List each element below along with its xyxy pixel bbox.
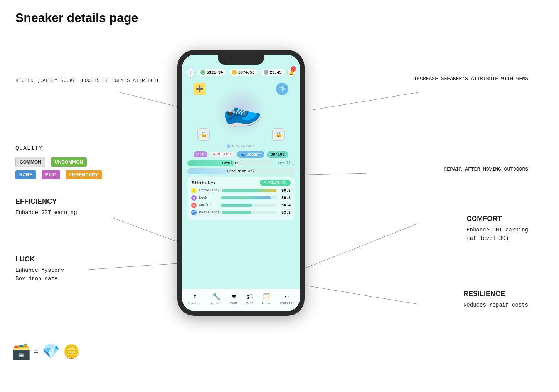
attr-row-luck: U Luck 89.6 (191, 195, 291, 201)
page-title: Sneaker details page (15, 11, 138, 25)
gem-slot-left[interactable]: ➕ (194, 83, 206, 95)
notification-button[interactable]: 🔔 2 (287, 67, 295, 78)
luck-bar-fill (221, 196, 271, 199)
gmt-amount: 6374.56 (238, 70, 254, 75)
quality-label: QUALITY (15, 144, 104, 153)
gems-icon: 💎 (42, 343, 60, 361)
other-amount: 23.45 (270, 70, 281, 75)
nav-repair[interactable]: 🔧 repair (211, 292, 222, 305)
bottom-navigation: ⬆ Level up 🔧 repair ♥ mint 🏷 Sell 📋 (182, 289, 300, 311)
luck-desc: Enhance MysteryBox drop rate (15, 266, 64, 283)
currency-gst: 5321.34 (197, 69, 226, 76)
svg-line-2 (299, 173, 366, 175)
tag-durability: 80/100 (267, 151, 288, 158)
increase-sneaker-annotation: INCREASE SNEAKER'S ATTRIBUTE WITH GEMS (414, 75, 528, 83)
resilience-attr-name: Resilience (199, 211, 220, 214)
comfort-label: COMFORT (466, 214, 528, 224)
tag-nft: NFT (194, 151, 207, 157)
transfer-label: Transfer (280, 301, 294, 305)
higher-quality-annotation: HIGHER QUALITY SOCKET BOOSTS THE GEM'S A… (15, 77, 160, 85)
luck-bar-bg (221, 196, 277, 199)
attributes-title: Attributes (191, 180, 215, 186)
level-label: Level 10 (222, 161, 238, 165)
progress-section: Level 10 Leveling Shoe Mint 3/7 (187, 160, 295, 174)
nav-mint[interactable]: ♥ mint (230, 293, 237, 305)
attr-row-resilience: 🛡 Resilience 53.3 (191, 210, 291, 215)
comfort-value: 56.4 (279, 203, 291, 208)
nav-sell[interactable]: 🏷 Sell (246, 293, 253, 305)
luck-annotation: LUCK Enhance MysteryBox drop rate (15, 254, 64, 283)
point-button[interactable]: + Point(8) (260, 180, 291, 186)
comfort-bar-fill (221, 204, 252, 207)
efficiency-label: EFFICIENCY (15, 196, 77, 207)
gmt-dot (232, 70, 237, 75)
resilience-bar-fill (222, 211, 251, 214)
sneaker-id-dot (227, 144, 231, 148)
lock-slot-left[interactable]: 🔒 (197, 128, 210, 141)
comfort-attr-name: Comfort (199, 203, 218, 207)
nav-levelup[interactable]: ⬆ Level up (188, 292, 202, 305)
efficiency-desc: Enhance GST earning (15, 208, 77, 217)
efficiency-annotation: EFFICIENCY Enhance GST earning (15, 196, 77, 217)
badge-epic: EPIC (42, 170, 60, 179)
luck-value: 89.6 (279, 196, 291, 200)
currency-other: 23.45 (260, 69, 285, 76)
jogger-label: Jogger (247, 152, 261, 157)
efficiency-bar-fill (222, 189, 276, 192)
sneaker-id: 273727287 (182, 144, 300, 149)
equals-symbol: = (34, 347, 39, 356)
sneaker-display-area: ➕ 👟 💎 🔒 🔒 (190, 81, 292, 142)
levelup-label: Level up (188, 302, 202, 305)
gem-slot-right[interactable]: 💎 (276, 83, 288, 95)
level-progress-bar-bg: Level 10 (187, 160, 273, 166)
resilience-label: RESILIENCE (463, 289, 528, 299)
quality-annotation: QUALITY COMMON UNCOMMON RARE EPIC LEGEND… (15, 144, 104, 179)
back-button[interactable]: ‹ (187, 67, 195, 78)
mint-progress-bar-bg: Shoe Mint 3/7 (187, 168, 295, 174)
badge-legendary: LEGENDARY (66, 170, 102, 179)
lease-icon: 📋 (262, 292, 271, 301)
coin-icon: 🪙 (63, 343, 80, 360)
levelup-icon: ⬆ (193, 292, 197, 301)
badge-common: COMMON (15, 157, 45, 167)
repair-icon: 🔧 (212, 292, 221, 301)
phone-mockup: ‹ 5321.34 6374.56 23.45 🔔 2 (177, 50, 305, 316)
level-progress-row: Level 10 Leveling (187, 160, 295, 166)
attributes-section: Attributes + Point(8) ⚡ Efficiency 99.3 … (187, 177, 295, 220)
svg-line-1 (313, 92, 418, 110)
luck-label: LUCK (15, 254, 64, 265)
badge-rare: RARE (15, 170, 36, 179)
nav-lease[interactable]: 📋 Lease (262, 292, 271, 305)
speed-range-badge: 4-10 km/h (210, 152, 235, 157)
efficiency-attr-icon: ⚡ (191, 188, 197, 193)
nav-transfer[interactable]: ↔ Transfer (280, 293, 294, 305)
phone-notch (218, 55, 264, 65)
resilience-desc: Reduces repair costs (463, 301, 528, 309)
mint-label: mint (230, 301, 237, 305)
mint-icon: ♥ (232, 293, 236, 300)
other-dot (264, 70, 268, 75)
resilience-annotation: RESILIENCE Reduces repair costs (463, 289, 528, 309)
sell-label: Sell (246, 302, 253, 305)
repair-text: REPAIR AFTER MOVING OUTDOORS (444, 166, 528, 172)
lock-slot-right[interactable]: 🔒 (272, 128, 285, 141)
mint-progress-fill (187, 168, 230, 174)
tag-jogger: 👟Jogger (237, 151, 264, 158)
attr-row-efficiency: ⚡ Efficiency 99.3 (191, 188, 291, 193)
sell-icon: 🏷 (246, 293, 253, 301)
gst-dot (200, 70, 205, 75)
comfort-bar-bg (221, 204, 277, 207)
efficiency-value: 99.3 (279, 189, 291, 193)
mint-progress-row: Shoe Mint 3/7 (187, 168, 295, 174)
phone-outer-frame: ‹ 5321.34 6374.56 23.45 🔔 2 (177, 50, 305, 316)
comfort-attr-icon: ❤ (191, 203, 197, 208)
shoe-mint-label: Shoe Mint 3/7 (227, 169, 254, 173)
notification-badge: 2 (291, 66, 296, 72)
transfer-icon: ↔ (285, 293, 289, 300)
luck-attr-icon: U (191, 195, 197, 201)
comfort-annotation: COMFORT Enhance GMT earning(at level 30) (466, 214, 528, 243)
luck-attr-name: Luck (199, 196, 218, 200)
efficiency-attr-name: Efficiency (199, 189, 220, 193)
svg-line-4 (306, 223, 418, 268)
resilience-attr-icon: 🛡 (191, 210, 197, 215)
